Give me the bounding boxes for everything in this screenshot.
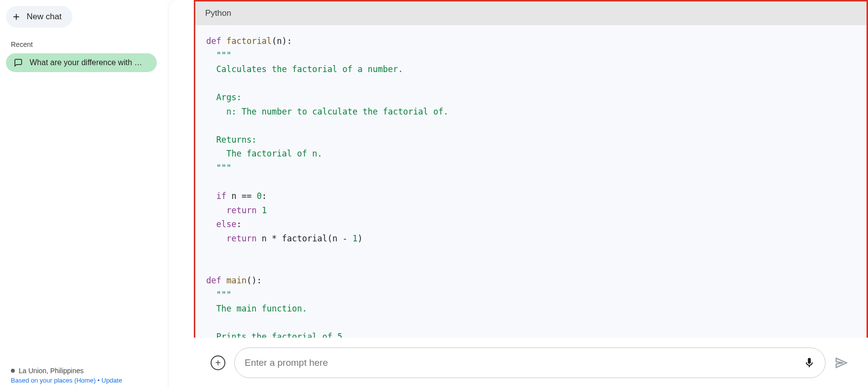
tok-doc: Calculates the factorial of a number. [206, 64, 403, 74]
svg-rect-0 [809, 366, 810, 367]
code-block: Python def factorial(n): """ Calculates … [194, 0, 868, 338]
send-icon [834, 356, 848, 370]
tok-close: ) [358, 233, 362, 243]
sidebar: + New chat Recent What are your differen… [0, 0, 169, 388]
sidebar-item-recent-0[interactable]: What are your difference with … [6, 53, 157, 72]
tok-def: def [206, 275, 221, 285]
tok-return: return [226, 233, 256, 243]
tok-indent [206, 205, 226, 215]
tok-doc: The factorial of n. [206, 149, 322, 158]
tok-sp [256, 205, 261, 215]
tok-num: 0 [256, 191, 261, 201]
sidebar-footer: La Union, Philippines Based on your plac… [11, 367, 122, 384]
sidebar-item-label: What are your difference with … [30, 58, 142, 67]
tok-doc: The main function. [206, 304, 307, 313]
composer: + [169, 338, 868, 388]
location-secondary[interactable]: Based on your places (Home) • Update [11, 377, 122, 384]
tok-doc: """ [206, 50, 231, 60]
tok-colon: : [262, 191, 267, 201]
chat-icon [14, 58, 23, 67]
code-language-label: Python [195, 1, 867, 25]
tok-fn-name: main [226, 275, 247, 285]
tok-num: 1 [353, 233, 358, 243]
tok-doc: Prints the factorial of 5. [206, 332, 348, 338]
plus-icon: + [13, 11, 20, 23]
prompt-input[interactable] [245, 357, 803, 368]
new-chat-button[interactable]: + New chat [6, 6, 72, 28]
tok-doc: """ [206, 290, 231, 300]
tok-cond: n == [226, 191, 256, 201]
tok-indent [206, 191, 216, 201]
tok-colon: : [236, 219, 241, 229]
microphone-icon [803, 357, 815, 369]
tok-doc: """ [206, 163, 231, 173]
tok-return: return [226, 205, 256, 215]
send-button[interactable] [834, 356, 848, 370]
code-body[interactable]: def factorial(n): """ Calculates the fac… [195, 25, 867, 338]
tok-if: if [216, 191, 226, 201]
tok-doc: n: The number to calculate the factorial… [206, 107, 448, 116]
content-area: Python def factorial(n): """ Calculates … [169, 0, 868, 338]
recent-heading: Recent [11, 40, 163, 48]
tok-expr: n * factorial(n - [256, 233, 352, 243]
tok-def: def [206, 36, 221, 46]
tok-sig: (n): [272, 36, 292, 46]
tok-doc: Args: [206, 92, 242, 102]
location-dot-icon [11, 369, 15, 373]
tok-doc: Returns: [206, 135, 256, 145]
microphone-button[interactable] [803, 357, 815, 369]
new-chat-label: New chat [27, 12, 62, 22]
plus-icon: + [215, 357, 221, 369]
tok-else: else [216, 219, 236, 229]
tok-fn-name: factorial [226, 36, 272, 46]
add-attachment-button[interactable]: + [211, 355, 225, 370]
prompt-input-wrap [234, 348, 826, 378]
tok-indent [206, 233, 226, 243]
main-panel: Python def factorial(n): """ Calculates … [169, 0, 868, 388]
tok-indent [206, 219, 216, 229]
location-text: La Union, Philippines [19, 367, 84, 375]
tok-sig: (): [247, 275, 262, 285]
tok-num: 1 [262, 205, 267, 215]
